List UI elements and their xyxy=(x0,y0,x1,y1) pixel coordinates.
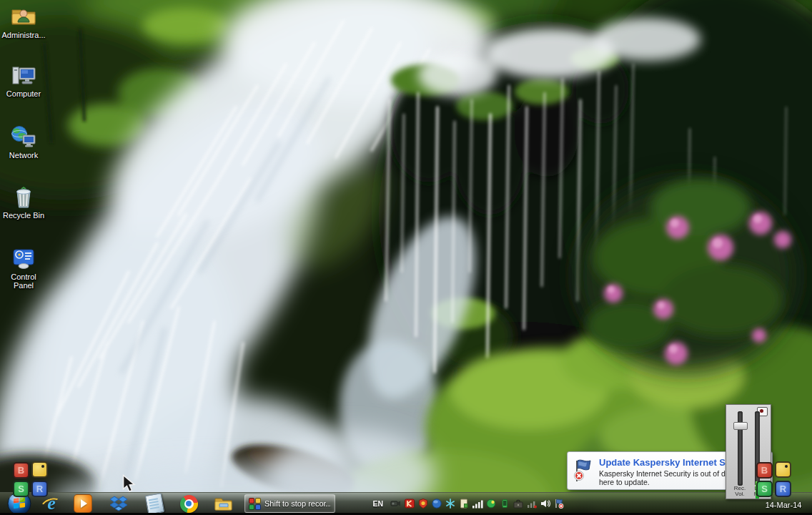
tray-snowflake-icon[interactable] xyxy=(444,498,456,509)
rec-volume-slider-handle[interactable] xyxy=(733,422,748,430)
desktop-icon-label: Control Panel xyxy=(0,273,47,290)
taskbar: e xyxy=(0,492,812,515)
tray-date[interactable]: 14-Mar-14 xyxy=(761,501,806,509)
explorer-folder-icon xyxy=(214,495,233,512)
desktop-icon-label: Network xyxy=(0,151,47,160)
overlay-b-button[interactable]: B xyxy=(756,462,773,479)
tray-document-icon[interactable] xyxy=(457,498,470,509)
network-icon xyxy=(9,124,38,150)
overlay-b-button[interactable]: B xyxy=(13,462,29,479)
desktop-icon-administrator[interactable]: Administra... xyxy=(0,4,47,39)
recorder-overlay-left: B S R xyxy=(13,462,49,497)
ie-ring xyxy=(39,496,64,515)
language-indicator[interactable]: EN xyxy=(372,499,383,508)
tray-mobile-device-icon[interactable] xyxy=(498,498,510,509)
overlay-r-button[interactable]: R xyxy=(31,481,48,497)
desktop-icon-label: Computer xyxy=(0,89,47,98)
notepad-icon xyxy=(144,493,164,515)
action-center-flag-icon xyxy=(572,458,595,484)
system-tray: EN xyxy=(372,493,565,514)
waterfall-wallpaper xyxy=(0,0,812,515)
active-app-label: Shift to stop recor... xyxy=(264,499,331,508)
tray-volume-icon[interactable] xyxy=(539,498,551,509)
media-player-icon xyxy=(74,494,92,513)
tray-signal-bars-icon[interactable] xyxy=(471,498,483,509)
computer-icon xyxy=(9,63,38,89)
desktop-screen: Administra... Computer Network xyxy=(0,0,812,515)
tray-briefcase-icon[interactable] xyxy=(512,498,524,509)
control-panel-icon xyxy=(9,246,38,272)
desktop-icon-control-panel[interactable]: Control Panel xyxy=(0,246,47,290)
desktop-icon-computer[interactable]: Computer xyxy=(0,63,47,98)
tray-camcorder-icon[interactable] xyxy=(390,498,402,509)
tray-blue-app-icon[interactable] xyxy=(430,498,442,509)
dropbox-icon xyxy=(109,495,128,512)
tray-security-shield-icon[interactable] xyxy=(417,498,429,509)
taskbar-app-windows-media-player[interactable] xyxy=(71,494,94,514)
taskbar-app-windows-explorer[interactable] xyxy=(212,494,234,514)
mouse-cursor xyxy=(122,474,137,493)
user-folder-icon xyxy=(9,4,38,30)
taskbar-app-dropbox[interactable] xyxy=(107,494,130,514)
overlay-s-button[interactable]: S xyxy=(756,481,773,497)
bsr-recorder-icon xyxy=(249,498,261,510)
taskbar-app-google-chrome[interactable] xyxy=(177,494,200,514)
taskbar-app-notepad[interactable] xyxy=(143,494,166,514)
desktop-icon-label: Administra... xyxy=(0,31,47,39)
desktop-icon-recycle-bin[interactable]: Recycle Bin xyxy=(0,185,47,220)
recycle-bin-icon xyxy=(9,185,38,210)
overlay-r-button[interactable]: R xyxy=(775,481,791,497)
tray-kaspersky-icon[interactable] xyxy=(403,498,415,509)
desktop-icon-network[interactable]: Network xyxy=(0,124,47,160)
tray-action-center-flag-icon[interactable] xyxy=(553,498,565,509)
taskbar-active-app-recorder[interactable]: Shift to stop recor... xyxy=(244,494,335,513)
desktop-icon-label: Recycle Bin xyxy=(0,211,47,220)
tray-green-swirl-icon[interactable] xyxy=(485,498,497,509)
overlay-s-button[interactable]: S xyxy=(13,481,29,497)
chrome-icon xyxy=(180,495,198,513)
tray-network-status-icon[interactable] xyxy=(525,498,538,509)
overlay-yellow-button[interactable] xyxy=(31,461,48,478)
overlay-yellow-button[interactable] xyxy=(775,461,791,478)
recorder-overlay-right: B S R xyxy=(756,462,793,497)
rec-volume-label: Rec. Vol. xyxy=(730,486,750,498)
